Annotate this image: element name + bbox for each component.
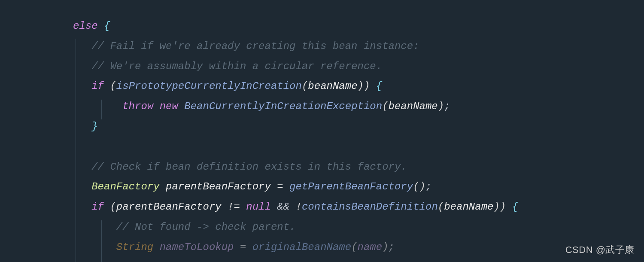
paren-open: ( (110, 201, 116, 213)
brace-close: } (91, 121, 97, 132)
method-call: originalBeanName (252, 241, 351, 253)
keyword-if: if (91, 201, 104, 213)
paren-open: ( (413, 181, 419, 192)
code-line: // We're assumably within a circular ref… (73, 57, 644, 77)
comment: // Fail if we're already creating this b… (91, 40, 419, 52)
operator-assign: = (277, 181, 283, 192)
code-line: throw new BeanCurrentlyInCreationExcepti… (73, 97, 644, 117)
type-name: BeanFactory (91, 181, 159, 192)
paren-open: ( (438, 201, 444, 213)
indent-guide (101, 100, 102, 119)
comment: // Not found -> check parent. (116, 221, 296, 233)
variable: parentBeanFactory (166, 181, 271, 192)
comment: // Check if bean definition exists in th… (91, 161, 407, 173)
variable: beanName (389, 101, 438, 112)
paren-open: ( (302, 80, 308, 92)
paren-close: ) (493, 201, 499, 213)
paren-close: ) (500, 201, 506, 213)
code-line: // Check if bean definition exists in th… (73, 157, 644, 177)
code-line: BeanFactory parentBeanFactory = getParen… (73, 177, 644, 197)
paren-open: ( (382, 101, 388, 112)
paren-close: ) (382, 241, 388, 253)
class-name: BeanCurrentlyInCreationException (184, 101, 382, 112)
code-line: // Not found -> check parent. (73, 217, 644, 238)
watermark: CSDN @武子康 (565, 241, 635, 259)
brace-open: { (512, 201, 518, 213)
paren-open: ( (110, 80, 116, 92)
code-line: else { (73, 16, 644, 37)
semicolon: ; (389, 241, 395, 253)
keyword-throw: throw (122, 101, 153, 112)
brace-open: { (376, 80, 382, 92)
variable: parentBeanFactory (116, 201, 222, 213)
paren-close: ) (419, 181, 425, 192)
type-name: String (116, 241, 153, 253)
code-line: if (parentBeanFactory != null && !contai… (73, 197, 644, 217)
code-line: // Fail if we're already creating this b… (73, 37, 644, 57)
keyword-if: if (91, 80, 104, 92)
code-line: String nameToLookup = originalBeanName(n… (73, 238, 644, 258)
paren-close: ) (358, 80, 364, 92)
operator-assign: = (240, 241, 246, 253)
variable: name (358, 241, 383, 253)
code-line: } (73, 117, 644, 137)
variable: beanName (308, 80, 357, 92)
operator-and: && (277, 201, 289, 213)
variable: nameToLookup (160, 241, 234, 253)
method-call: isPrototypeCurrentlyInCreation (116, 80, 302, 92)
paren-open: ( (351, 241, 357, 253)
keyword-new: new (160, 101, 178, 112)
keyword-else: else (73, 20, 98, 32)
semicolon: ; (425, 181, 431, 192)
operator-not: ! (296, 201, 302, 213)
operator-neq: != (228, 201, 240, 213)
indent-guide (76, 39, 76, 262)
semicolon: ; (444, 101, 450, 112)
method-call: containsBeanDefinition (302, 201, 438, 213)
method-call: getParentBeanFactory (289, 181, 413, 192)
paren-close: ) (438, 101, 444, 112)
comment: // We're assumably within a circular ref… (91, 61, 382, 72)
code-line (73, 137, 644, 157)
variable: beanName (444, 201, 493, 213)
brace-open: { (104, 20, 110, 32)
code-line: if (isPrototypeCurrentlyInCreation(beanN… (73, 76, 644, 97)
keyword-null: null (246, 201, 271, 213)
paren-close: ) (364, 80, 370, 92)
